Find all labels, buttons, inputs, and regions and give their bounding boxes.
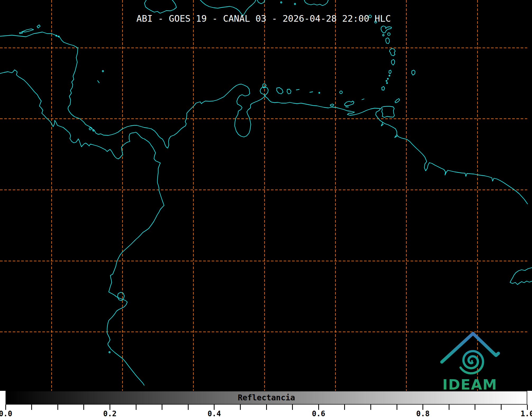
islet-vieques	[294, 3, 296, 5]
colorbar-tick-label: 1.0	[521, 409, 532, 417]
island-trinidad	[381, 106, 394, 117]
colorbar-tick	[31, 405, 32, 410]
colorbar-tick	[214, 405, 215, 410]
islet-mona	[281, 2, 282, 3]
colorbar-tick-label: 0.2	[103, 409, 117, 417]
island-san-andres	[98, 81, 99, 83]
island-providencia	[102, 71, 104, 72]
island-la-tortuga	[330, 104, 334, 106]
satellite-viewer: ABI - GOES 19 - CANAL 03 - 2026-04-28 22…	[0, 0, 532, 417]
colorbar-gradient: Reflectancia	[6, 391, 527, 405]
coastline-caribbean-mainland	[0, 32, 528, 204]
islands-bay-honduras	[19, 25, 40, 34]
island-grenada	[382, 86, 385, 90]
coastline-layer	[0, 0, 532, 385]
coastline-orinoco-channels	[381, 122, 397, 138]
colorbar-tick	[344, 405, 345, 410]
island-dominica	[386, 38, 389, 44]
island-tobago	[395, 99, 400, 103]
colorbar-tick	[501, 405, 502, 410]
islet-lobos	[109, 352, 110, 353]
island-bonaire	[287, 89, 291, 94]
amazon-river	[510, 268, 532, 285]
logo-spiral-icon	[461, 351, 483, 373]
island-grenadine-4	[387, 83, 388, 84]
island-margarita	[344, 101, 354, 107]
colorbar-tick	[136, 405, 137, 410]
ideam-logo: IDEAM	[437, 329, 502, 393]
island-grenadine-3	[386, 80, 387, 81]
island-puerto-rico	[304, 0, 328, 6]
logo-spiral-eye	[471, 360, 473, 362]
colorbar-tick	[240, 405, 241, 410]
colorbar-tick	[449, 405, 449, 410]
colorbar-tick	[57, 405, 58, 410]
colorbar-tick-label: 0.0	[0, 409, 12, 417]
colorbar-tick	[318, 405, 319, 410]
colorbar-label: Reflectancia	[6, 391, 527, 404]
colorbar-tick	[475, 405, 475, 410]
colorbar-tick	[83, 405, 84, 410]
island-jamaica	[144, 0, 176, 13]
colorbar-tick-label: 0.8	[416, 409, 430, 417]
islands-los-roques	[296, 89, 364, 100]
colorbar-tick	[527, 405, 528, 410]
island-guadeloupe	[381, 26, 392, 33]
colorbar-tick	[370, 405, 371, 410]
colorbar-tick-label: 0.4	[208, 409, 221, 417]
island-les-saintes	[383, 34, 384, 36]
colorbar-tick	[397, 405, 397, 410]
colorbar-tick	[266, 405, 267, 410]
colorbar-tick	[188, 405, 189, 410]
island-curacao	[277, 88, 283, 94]
islet-bocas-1	[89, 128, 91, 130]
island-la-orchila	[319, 92, 320, 93]
logo-wordmark: IDEAM	[442, 376, 497, 393]
colorbar-tick	[162, 405, 162, 410]
colorbar-footer: Reflectancia 0.00.20.40.60.81.0	[0, 391, 532, 417]
coastline-pacific	[0, 70, 164, 385]
colorbar-tick	[292, 405, 293, 410]
island-st-lucia	[391, 59, 395, 65]
map-title: ABI - GOES 19 - CANAL 03 - 2026-04-28 22…	[0, 13, 527, 24]
island-grenadine-2	[387, 78, 388, 79]
island-martinique	[389, 48, 395, 56]
island-blanquilla	[340, 91, 342, 94]
colorbar-tick	[422, 405, 423, 410]
colorbar-tick-label: 0.6	[312, 409, 325, 417]
island-st-vincent	[389, 70, 391, 74]
island-marie-galante	[388, 33, 390, 35]
island-barbados	[412, 70, 415, 75]
colorbar-tick	[5, 405, 6, 410]
island-grenadine-1	[389, 75, 390, 76]
colorbar-tick	[110, 405, 110, 410]
